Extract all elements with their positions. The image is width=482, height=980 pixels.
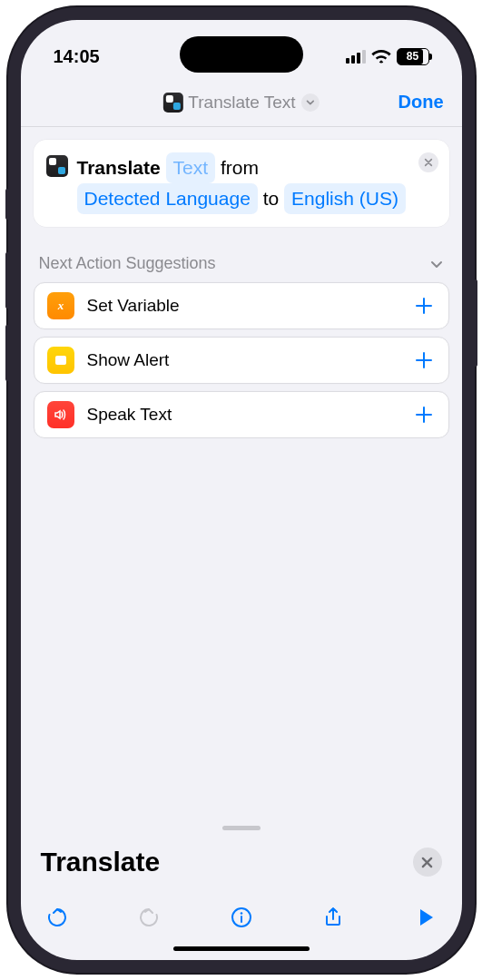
done-button[interactable]: Done <box>398 92 444 113</box>
close-panel-button[interactable] <box>413 848 442 877</box>
to-label: to <box>263 188 280 209</box>
suggestion-show-alert[interactable]: Show Alert <box>34 337 449 384</box>
undo-icon <box>45 906 69 929</box>
plus-icon <box>412 403 436 426</box>
share-icon <box>321 906 345 929</box>
editor-content: Translate Text from Detected Language to… <box>21 127 462 826</box>
nav-title: Translate Text <box>188 93 295 113</box>
plus-icon <box>412 348 436 372</box>
action-verb: Translate <box>77 157 161 178</box>
search-panel[interactable]: Translate <box>21 826 462 896</box>
play-icon <box>414 906 438 929</box>
panel-title: Translate <box>41 847 161 877</box>
dynamic-island <box>180 36 303 73</box>
screen: 14:05 85 Translate Text <box>21 20 462 960</box>
translate-app-icon <box>46 155 68 177</box>
home-indicator[interactable] <box>173 946 310 951</box>
redo-icon <box>137 906 161 929</box>
toolbar <box>21 896 462 936</box>
suggestions-header[interactable]: Next Action Suggestions <box>39 254 444 273</box>
phone-frame: 14:05 85 Translate Text <box>8 7 475 973</box>
suggestion-label: Speak Text <box>87 405 412 425</box>
plus-icon <box>412 294 436 318</box>
speaker-icon <box>47 401 74 428</box>
cellular-signal-icon <box>346 50 366 64</box>
battery-level: 85 <box>407 50 418 63</box>
undo-button[interactable] <box>44 905 70 930</box>
close-icon <box>421 857 433 868</box>
input-token[interactable]: Text <box>166 152 216 183</box>
shortcut-title-button[interactable]: Translate Text <box>162 93 319 113</box>
add-suggestion-button[interactable] <box>412 348 436 372</box>
translate-app-icon <box>162 93 182 113</box>
battery-indicator: 85 <box>397 48 429 65</box>
redo-button[interactable] <box>136 905 162 930</box>
share-button[interactable] <box>320 905 346 930</box>
run-button[interactable] <box>413 905 438 930</box>
info-button[interactable] <box>229 905 254 930</box>
translate-action-card[interactable]: Translate Text from Detected Language to… <box>34 140 449 227</box>
action-sentence: Translate Text from Detected Language to… <box>77 152 409 214</box>
status-right: 85 <box>346 48 429 65</box>
volume-down-button[interactable] <box>5 325 9 381</box>
svg-rect-1 <box>55 356 66 365</box>
add-suggestion-button[interactable] <box>412 294 436 318</box>
from-label: from <box>221 157 259 178</box>
add-suggestion-button[interactable] <box>412 403 436 426</box>
variable-icon: x <box>47 292 74 319</box>
nav-bar: Translate Text Done <box>21 78 462 127</box>
silence-switch[interactable] <box>5 189 9 220</box>
alert-icon <box>47 347 74 374</box>
svg-point-3 <box>240 912 242 915</box>
wifi-icon <box>371 49 391 64</box>
suggestion-speak-text[interactable]: Speak Text <box>34 391 449 438</box>
chevron-down-icon <box>429 257 444 271</box>
suggestion-label: Show Alert <box>87 350 412 370</box>
remove-action-button[interactable] <box>418 152 438 172</box>
side-button[interactable] <box>474 279 477 367</box>
drag-handle[interactable] <box>222 826 261 830</box>
suggestions-header-label: Next Action Suggestions <box>39 254 216 273</box>
target-language-token[interactable]: English (US) <box>284 183 406 214</box>
chevron-down-icon <box>301 93 320 112</box>
svg-text:x: x <box>56 299 64 312</box>
suggestion-set-variable[interactable]: x Set Variable <box>34 282 449 329</box>
status-time: 14:05 <box>54 46 100 67</box>
close-icon <box>424 158 433 167</box>
volume-up-button[interactable] <box>5 252 9 309</box>
source-language-token[interactable]: Detected Language <box>77 183 258 214</box>
bottom-area: Translate <box>21 826 462 960</box>
info-icon <box>230 906 253 929</box>
suggestion-label: Set Variable <box>87 296 412 316</box>
